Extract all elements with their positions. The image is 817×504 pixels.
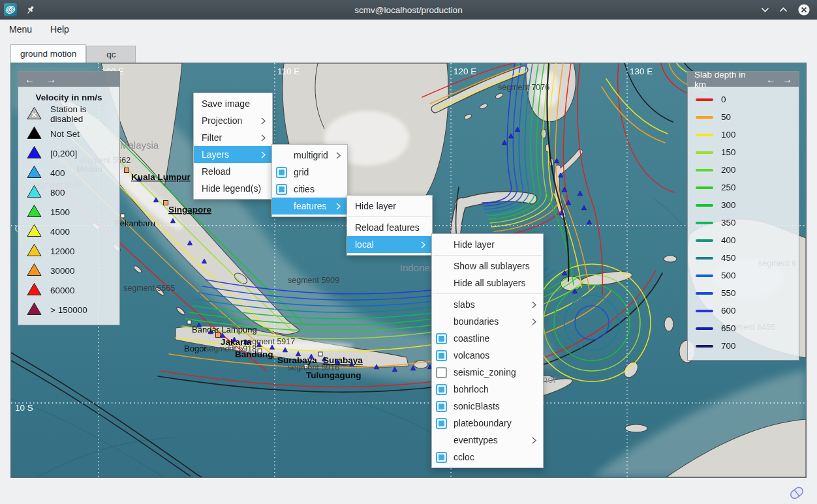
legend-item-label: 250 — [721, 183, 736, 192]
checkbox-slot — [276, 167, 290, 178]
legend-item-label: 700 — [721, 341, 736, 351]
checkbox-checked-icon[interactable] — [436, 401, 447, 412]
checkbox-checked-icon[interactable] — [276, 167, 287, 178]
menu-item-coastline[interactable]: coastline — [432, 330, 543, 347]
city-label: Jakarta — [221, 337, 252, 347]
submenu-arrow-icon — [532, 318, 538, 325]
right-arrow-icon[interactable]: → — [782, 74, 792, 84]
checkbox-unchecked-icon[interactable] — [436, 367, 447, 378]
menu-item-eventtypes[interactable]: eventtypes — [432, 432, 543, 449]
menu-item-multigrid[interactable]: multigrid — [272, 147, 347, 164]
velocity-legend-item: 30000 — [18, 261, 119, 280]
minimize-button[interactable] — [761, 7, 769, 13]
submenu-arrow-icon — [532, 301, 538, 308]
menu-item-label: slabs — [454, 299, 527, 310]
menu-item-hide-layer[interactable]: Hide layer — [432, 236, 543, 253]
menu-item-sonicblasts[interactable]: sonicBlasts — [432, 398, 543, 415]
menu-separator — [433, 293, 542, 294]
right-arrow-icon[interactable]: → — [46, 74, 56, 84]
submenu-arrow-icon — [336, 152, 342, 159]
graticule-label: 10 S — [15, 403, 33, 413]
menu-item-label: eventtypes — [454, 435, 527, 445]
line-swatch-icon — [696, 151, 713, 154]
map-view[interactable]: segment 5562segment 5566segment 5565segm… — [10, 63, 807, 478]
menu-item-label: Reload features — [355, 222, 420, 233]
maximize-button[interactable] — [779, 7, 788, 13]
menu-item-projection[interactable]: Projection — [194, 112, 272, 129]
checkbox-slot — [436, 350, 450, 361]
checkbox-checked-icon[interactable] — [436, 333, 447, 344]
line-swatch-icon — [696, 204, 713, 207]
city-label: Pekanbaru — [114, 218, 155, 228]
left-arrow-icon[interactable]: ← — [25, 74, 35, 84]
menubar-item-menu[interactable]: Menu — [9, 24, 32, 35]
checkbox-checked-icon[interactable] — [436, 452, 447, 463]
checkbox-mark — [439, 404, 444, 409]
close-button[interactable] — [797, 3, 810, 16]
triangle-marker-icon — [27, 106, 42, 122]
checkbox-checked-icon[interactable] — [436, 384, 447, 395]
menu-item-features[interactable]: features — [272, 198, 347, 215]
velocity-legend-item: [0,200] — [18, 143, 119, 163]
checkbox-slot — [436, 452, 450, 463]
menu-item-seismic-zoning[interactable]: seismic_zoning — [432, 364, 543, 381]
city-label: Surabaya — [277, 355, 317, 365]
menu-item-local[interactable]: local — [347, 236, 432, 253]
line-swatch-icon — [696, 310, 713, 312]
pin-icon[interactable] — [25, 5, 35, 15]
legend-item-label: 150 — [721, 147, 736, 157]
legend-item-label: 200 — [721, 165, 736, 175]
velocity-legend-header: ← → — [18, 72, 119, 87]
menu-item-hide-layer[interactable]: Hide layer — [347, 198, 432, 215]
menu-item-label: local — [355, 239, 416, 250]
titlebar[interactable]: scmv@localhost/production — [0, 0, 817, 20]
legend-item-label: 50 — [721, 112, 731, 122]
legend-item-label: Station is disabled — [50, 104, 119, 124]
legend-item-label: 100 — [721, 130, 736, 140]
menu-item-volcanos[interactable]: volcanos — [432, 347, 543, 364]
checkbox-mark — [439, 353, 444, 359]
triangle-marker-icon — [27, 204, 42, 220]
line-swatch-icon — [696, 98, 713, 101]
menubar-item-help[interactable]: Help — [50, 24, 69, 35]
menu-item-label: sonicBlasts — [454, 401, 527, 411]
menu-item-filter[interactable]: Filter — [194, 129, 272, 146]
city-label: Singapore — [168, 205, 212, 215]
menu-item-show-all-sublayers[interactable]: Show all sublayers — [432, 258, 543, 274]
segment-label: segment 5565 — [123, 284, 175, 293]
velocity-legend-item: 1500 — [18, 202, 119, 222]
velocity-legend-item: > 150000 — [18, 300, 119, 319]
menu-item-label: features — [294, 201, 331, 211]
menu-item-bohrloch[interactable]: bohrloch — [432, 381, 543, 398]
slab-legend-item: 450 — [688, 249, 799, 267]
legend-item-label: 4000 — [50, 227, 70, 237]
menu-item-label: boundaries — [454, 316, 527, 327]
menu-item-reload[interactable]: Reload — [194, 163, 272, 180]
menu-item-grid[interactable]: grid — [272, 164, 347, 181]
line-swatch-icon — [696, 327, 713, 330]
tab-qc[interactable]: qc — [86, 46, 136, 63]
checkbox-checked-icon[interactable] — [276, 184, 287, 195]
menu-item-cities[interactable]: cities — [272, 181, 347, 198]
menu-item-hide-legend-s[interactable]: Hide legend(s) — [194, 180, 272, 197]
menu-item-hide-all-sublayers[interactable]: Hide all sublayers — [432, 274, 543, 291]
menu-item-save-image[interactable]: Save image — [194, 95, 272, 112]
menu-item-reload-features[interactable]: Reload features — [347, 219, 432, 236]
menu-item-layers[interactable]: Layers — [194, 146, 272, 163]
city-label: Kuala Lumpur — [131, 172, 191, 182]
left-arrow-icon[interactable]: ← — [766, 74, 776, 84]
menu-item-slabs[interactable]: slabs — [432, 296, 543, 313]
checkbox-checked-icon[interactable] — [436, 350, 447, 361]
slab-legend: Slab depth in km ← → 0501001502002503003… — [687, 71, 799, 361]
menu-item-plateboundary[interactable]: plateboundary — [432, 415, 543, 432]
menu-item-boundaries[interactable]: boundaries — [432, 313, 543, 330]
menu-item-ccloc[interactable]: ccloc — [432, 449, 543, 466]
triangle-marker-icon — [27, 302, 42, 318]
checkbox-checked-icon[interactable] — [436, 418, 447, 429]
tab-ground-motion[interactable]: ground motion — [10, 44, 86, 63]
checkbox-slot — [436, 367, 450, 378]
legend-item-label: 0 — [721, 95, 726, 104]
checkbox-mark — [439, 336, 444, 342]
segment-label: segment 7076 — [498, 83, 549, 92]
velocity-legend-item: 4000 — [18, 222, 119, 241]
